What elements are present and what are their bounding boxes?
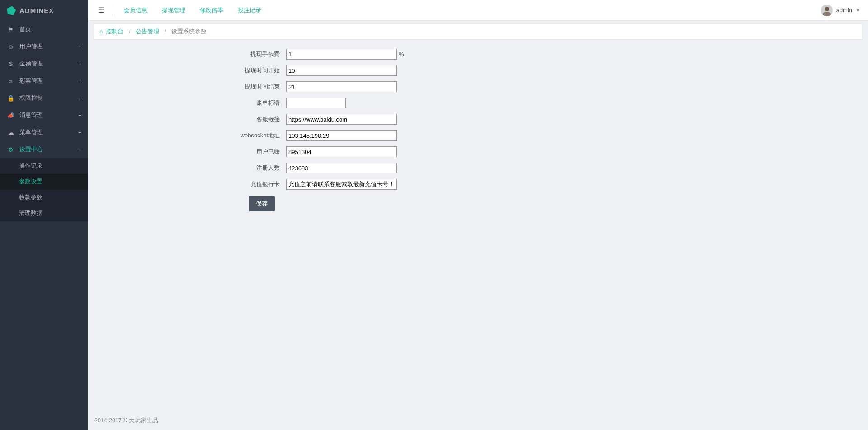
sidebar-item-lottery-mgmt[interactable]: ⌾ 彩票管理 + [0,72,88,89]
avatar-icon [821,5,833,16]
input-user-earned[interactable] [286,146,397,157]
input-websocket[interactable] [286,130,397,141]
plus-icon: + [79,112,81,118]
label-user-earned: 用户已赚 [99,148,286,156]
submenu-operation-log[interactable]: 操作记录 [0,158,88,174]
input-withdraw-end[interactable] [286,81,397,92]
plus-icon: + [79,130,81,135]
user-icon: ☺ [7,43,15,50]
topnav-modify-rate[interactable]: 修改倍率 [193,6,231,14]
gear-icon: ⚙ [7,146,15,153]
save-button[interactable]: 保存 [249,196,275,211]
breadcrumb-sep: / [125,28,134,35]
sidebar-item-label: 用户管理 [19,42,43,51]
breadcrumb: ⌂ 控制台 / 公告管理 / 设置系统参数 [94,23,863,40]
label-register-count: 注册人数 [99,164,286,172]
user-name: admin [836,7,852,14]
breadcrumb-sep: / [161,28,170,35]
input-withdraw-fee[interactable] [286,49,397,60]
flag-icon: ⚑ [7,26,15,33]
plus-icon: + [79,95,81,101]
logo-icon [6,5,16,15]
input-register-count[interactable] [286,163,397,173]
label-websocket: websocket地址 [99,131,286,140]
sidebar-item-home[interactable]: ⚑ 首页 [0,21,88,38]
brand-text: ADMINEX [19,7,54,14]
topnav-member-info[interactable]: 会员信息 [117,6,155,14]
lock-icon: 🔒 [7,95,15,102]
plus-icon: + [79,78,81,84]
sidebar-item-money-mgmt[interactable]: $ 金额管理 + [0,55,88,72]
user-menu[interactable]: admin ▼ [818,5,863,16]
input-withdraw-start[interactable] [286,65,397,76]
sidebar-item-settings[interactable]: ⚙ 设置中心 – [0,141,88,158]
label-withdraw-fee: 提现手续费 [99,50,286,58]
sidebar-item-label: 权限控制 [19,94,43,102]
input-recharge-bank[interactable] [286,179,397,190]
label-service-link: 客服链接 [99,115,286,123]
sidebar-item-label: 菜单管理 [19,128,43,136]
minus-icon: – [79,147,81,152]
megaphone-icon: 📣 [7,112,15,119]
home-icon: ⌂ [99,28,103,35]
plus-icon: + [79,44,81,49]
divider [113,4,113,17]
label-withdraw-end: 提现时间结束 [99,83,286,91]
sidebar-item-label: 消息管理 [19,111,43,119]
cloud-icon: ☁ [7,129,15,136]
magnet-icon: ⌾ [7,78,15,84]
sidebar-item-message-mgmt[interactable]: 📣 消息管理 + [0,107,88,124]
sidebar-item-label: 首页 [19,25,31,33]
sidebar-item-label: 彩票管理 [19,77,43,85]
topnav-withdraw-mgmt[interactable]: 提现管理 [155,6,193,14]
breadcrumb-current: 设置系统参数 [171,28,207,35]
sidebar-item-label: 金额管理 [19,60,43,68]
breadcrumb-mid[interactable]: 公告管理 [136,28,159,35]
topnav-bet-record[interactable]: 投注记录 [231,6,269,14]
plus-icon: + [79,61,81,66]
submenu-param-settings[interactable]: 参数设置 [0,174,88,190]
submenu-clear-data[interactable]: 清理数据 [0,206,88,221]
footer-text: 2014-2017 © 大玩家出品 [88,411,868,430]
submenu-payment-params[interactable]: 收款参数 [0,190,88,206]
brand-logo-area[interactable]: ADMINEX [0,0,88,21]
suffix-percent: % [399,51,404,58]
sidebar-item-label: 设置中心 [19,145,43,154]
label-recharge-bank: 充值银行卡 [99,180,286,188]
sidebar-item-permission[interactable]: 🔒 权限控制 + [0,89,88,107]
input-bill-slogan[interactable] [286,98,346,108]
label-bill-slogan: 账单标语 [99,99,286,107]
sidebar-item-user-mgmt[interactable]: ☺ 用户管理 + [0,38,88,55]
dollar-icon: $ [7,61,15,67]
input-service-link[interactable] [286,114,397,125]
menu-toggle-icon[interactable]: ☰ [94,6,109,14]
sidebar-item-menu-mgmt[interactable]: ☁ 菜单管理 + [0,124,88,141]
caret-down-icon: ▼ [856,8,860,13]
label-withdraw-start: 提现时间开始 [99,66,286,75]
breadcrumb-home[interactable]: 控制台 [106,28,123,35]
